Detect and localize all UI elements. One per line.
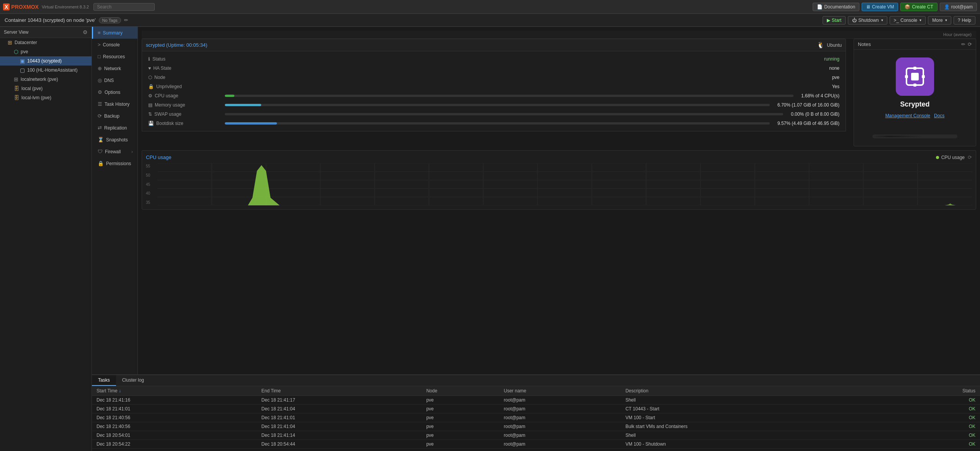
cpu-progress-bar xyxy=(225,95,234,97)
cell-start: Dec 18 20:54:01 xyxy=(92,431,257,440)
cell-status: OK xyxy=(895,396,980,405)
chart-legend: CPU usage xyxy=(936,155,965,160)
chart-container: 55 50 45 40 35 xyxy=(146,163,972,205)
docs-link[interactable]: Docs xyxy=(934,113,944,118)
edit-tags-icon[interactable]: ✏ xyxy=(124,17,128,23)
nav-item-resources[interactable]: □ Resources xyxy=(92,51,137,62)
create-vm-button[interactable]: 🖥 Create VM xyxy=(862,3,898,11)
cell-desc: Bulk start VMs and Containers xyxy=(621,422,895,431)
settings-icon[interactable]: ⚙ xyxy=(83,29,88,35)
nav-permissions-label: Permissions xyxy=(106,161,131,166)
bootdisk-progress-wrap xyxy=(225,122,770,125)
sidebar-item-localnetwork[interactable]: ⊞ localnetwork (pve) xyxy=(0,75,92,84)
nav-item-summary[interactable]: ≡ Summary xyxy=(92,27,137,39)
nav-item-network[interactable]: ⊕ Network xyxy=(92,62,137,74)
nav-item-snapshots[interactable]: ⌛ Snapshots xyxy=(92,134,137,146)
col-start-time[interactable]: Start Time xyxy=(92,386,257,396)
bootdisk-row: 💾 Bootdisk size 9.57% (4.49 GiB of 46.95… xyxy=(142,119,846,128)
memory-label: Memory usage xyxy=(155,102,185,108)
cell-node: pve xyxy=(422,413,499,422)
content-area: ≡ Summary > Console □ Resources ⊕ Networ… xyxy=(92,27,980,451)
notes-body: Scrypted Management Console Docs xyxy=(854,50,976,146)
datacenter-icon: ⊞ xyxy=(8,39,12,46)
nav-item-console[interactable]: > Console xyxy=(92,39,137,51)
storage-lvm-icon: 🗄 xyxy=(14,95,19,101)
nav-item-options[interactable]: ⚙ Options xyxy=(92,86,137,98)
cpu-row: ⚙ CPU usage 1.68% of 4 CPU(s) xyxy=(142,91,846,100)
cpu-icon: ⚙ xyxy=(148,93,152,98)
shutdown-button[interactable]: ⏻ Shutdown xyxy=(848,16,887,25)
task-history-icon: ☰ xyxy=(98,101,102,107)
col-desc: Description xyxy=(621,386,895,396)
terminal-icon: >_ xyxy=(894,18,899,23)
topbar-right: 📄 Documentation 🖥 Create VM 📦 Create CT … xyxy=(813,3,977,11)
tab-tasks[interactable]: Tasks xyxy=(92,375,116,386)
main-layout: Server View ⚙ ⊞ Datacenter ⬡ pve ▣ 10443… xyxy=(0,27,980,451)
storage-lvm-label: local-lvm (pve) xyxy=(21,95,51,100)
sidebar-item-datacenter[interactable]: ⊞ Datacenter xyxy=(0,38,92,47)
user-button[interactable]: 👤 root@pam xyxy=(940,3,977,11)
notes-title: Notes xyxy=(858,41,871,47)
nav-item-permissions[interactable]: 🔒 Permissions xyxy=(92,157,137,169)
node-info-value: pve xyxy=(832,75,839,80)
cell-node: pve xyxy=(422,431,499,440)
nav-item-firewall[interactable]: 🛡 Firewall xyxy=(92,146,137,157)
no-tags-badge: No Tags xyxy=(99,17,121,23)
status-value: running xyxy=(824,56,839,62)
vm-label: 100 (HL-HomeAssistant) xyxy=(27,67,77,73)
action-bar: ▶ Start ⏻ Shutdown >_ Console More ? Hel… xyxy=(823,16,975,25)
start-button[interactable]: ▶ Start xyxy=(823,16,846,25)
container-title: Container 10443 (scrypted) on node 'pve' xyxy=(5,17,96,23)
ha-row: ♥ HA State none xyxy=(142,64,846,73)
cell-end: Dec 18 21:41:17 xyxy=(257,396,422,405)
search-input[interactable] xyxy=(93,3,155,11)
console-button[interactable]: >_ Console xyxy=(890,16,926,25)
nav-item-replication[interactable]: ⇄ Replication xyxy=(92,122,137,134)
datacenter-label: Datacenter xyxy=(15,40,37,45)
legend-label: CPU usage xyxy=(941,155,965,160)
ct-label: 10443 (scrypted) xyxy=(27,58,62,64)
more-button[interactable]: More xyxy=(928,16,951,25)
help-button[interactable]: ? Help xyxy=(954,16,975,25)
backup-icon: ⟳ xyxy=(98,113,102,119)
y-axis: 55 50 45 40 35 xyxy=(146,163,157,205)
svg-rect-3 xyxy=(922,75,925,78)
table-row: Dec 18 21:40:56 Dec 18 21:41:04 pve root… xyxy=(92,422,980,431)
side-nav: ≡ Summary > Console □ Resources ⊕ Networ… xyxy=(92,27,138,374)
notes-panel: Notes ✏ ⟳ xyxy=(854,39,976,146)
cell-user: root@pam xyxy=(499,422,621,431)
sidebar-item-ct-10443[interactable]: ▣ 10443 (scrypted) xyxy=(0,56,92,66)
cell-node: pve xyxy=(422,405,499,413)
os-name: Ubuntu xyxy=(827,43,842,48)
sidebar-item-vm-100[interactable]: ▢ 100 (HL-HomeAssistant) xyxy=(0,66,92,75)
permissions-icon: 🔒 xyxy=(98,161,104,166)
status-label: Status xyxy=(152,56,165,62)
cell-user: root@pam xyxy=(499,413,621,422)
nav-item-dns[interactable]: ◎ DNS xyxy=(92,74,137,86)
edit-notes-icon[interactable]: ✏ xyxy=(961,41,965,47)
ha-label: HA State xyxy=(153,66,171,71)
network-nav-icon: ⊕ xyxy=(98,66,102,71)
app-name: Scrypted xyxy=(900,100,929,108)
tasks-data-table: Start Time End Time Node User name Descr… xyxy=(92,386,980,449)
nav-item-task-history[interactable]: ☰ Task History xyxy=(92,98,137,110)
cell-end: Dec 18 21:41:04 xyxy=(257,422,422,431)
storage-local-label: local (pve) xyxy=(21,86,43,91)
status-icon: ℹ xyxy=(148,56,150,62)
documentation-button[interactable]: 📄 Documentation xyxy=(813,3,859,11)
sidebar-item-pve[interactable]: ⬡ pve xyxy=(0,47,92,56)
main-panel: Hour (average) scrypted (Uptime: 00:05:3… xyxy=(138,27,980,374)
create-ct-button[interactable]: 📦 Create CT xyxy=(900,3,937,11)
summary-header: scrypted (Uptime: 00:05:34) 🐧 Ubuntu xyxy=(142,39,846,51)
tab-cluster-log[interactable]: Cluster log xyxy=(116,375,150,386)
nav-item-backup[interactable]: ⟳ Backup xyxy=(92,110,137,122)
nav-replication-label: Replication xyxy=(104,125,127,131)
sidebar-item-local-lvm[interactable]: 🗄 local-lvm (pve) xyxy=(0,93,92,102)
sidebar-item-local[interactable]: 🗄 local (pve) xyxy=(0,84,92,93)
reload-notes-icon[interactable]: ⟳ xyxy=(968,41,972,47)
svg-rect-2 xyxy=(905,75,908,78)
swap-value: 0.00% (0 B of 8.00 GiB) xyxy=(791,112,839,117)
management-console-link[interactable]: Management Console xyxy=(885,113,930,118)
ct-icon: ▣ xyxy=(20,58,25,64)
chart-reload-icon[interactable]: ⟳ xyxy=(968,154,972,160)
